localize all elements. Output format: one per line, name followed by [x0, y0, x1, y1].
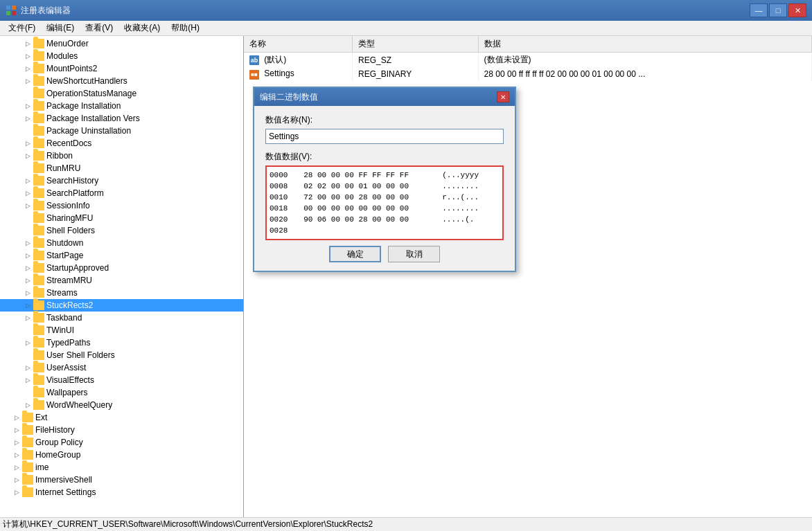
expander-icon[interactable]: ▷: [22, 75, 33, 87]
tree-item-searchplatform[interactable]: ▷ SearchPlatform: [0, 187, 243, 199]
tree-item-package-installation[interactable]: ▷ Package Installation: [0, 100, 243, 112]
tree-item-internetsettings[interactable]: ▷ Internet Settings: [0, 486, 243, 498]
tree-item-ime[interactable]: ▷ ime: [0, 461, 243, 474]
ok-button[interactable]: 确定: [329, 246, 381, 262]
expander-icon[interactable]: ▷: [22, 287, 33, 298]
modal-close-button[interactable]: ✕: [497, 91, 509, 102]
expander-icon[interactable]: ▷: [22, 138, 33, 149]
tree-item-menuorder[interactable]: ▷ MenuOrder: [0, 37, 243, 50]
expander-icon[interactable]: ▷: [22, 113, 33, 124]
tree-item-twinui[interactable]: ▷ TWinUI: [0, 324, 243, 336]
expander-icon[interactable]: ▷: [22, 51, 33, 62]
folder-icon: [33, 276, 44, 285]
hex-bytes: 72 00 00 00 28 00 00 00: [294, 192, 433, 203]
tree-item-grouppolicy[interactable]: ▷ Group Policy: [0, 436, 243, 449]
cancel-button[interactable]: 取消: [388, 246, 440, 262]
tree-item-wallpapers[interactable]: ▷ Wallpapers: [0, 386, 243, 399]
tree-item-label: TWinUI: [46, 325, 74, 335]
expander-icon[interactable]: ▷: [22, 100, 33, 111]
tree-item-shutdown[interactable]: ▷ Shutdown: [0, 237, 243, 249]
expander-icon[interactable]: ▷: [22, 200, 33, 211]
reg-sz-icon: ab: [249, 55, 259, 65]
tree-item-userassist[interactable]: ▷ UserAssist: [0, 361, 243, 374]
close-button[interactable]: ✕: [788, 3, 806, 17]
tree-item-homegroup[interactable]: ▷ HomeGroup: [0, 449, 243, 461]
expander-icon[interactable]: ▷: [22, 63, 33, 74]
expander-icon[interactable]: ▷: [11, 437, 22, 448]
expander-icon[interactable]: ▷: [22, 237, 33, 249]
expander-icon: ▷: [22, 125, 33, 136]
tree-item-shellfolders[interactable]: ▷ Shell Folders: [0, 224, 243, 237]
tree-item-taskband[interactable]: ▷ Taskband: [0, 312, 243, 324]
expander-icon[interactable]: ▷: [11, 474, 22, 485]
expander-icon[interactable]: ▷: [22, 175, 33, 186]
expander-icon[interactable]: ▷: [11, 424, 22, 435]
menu-help[interactable]: 帮助(H): [166, 21, 205, 35]
maximize-button[interactable]: □: [769, 3, 787, 17]
expander-icon[interactable]: ▷: [22, 399, 33, 411]
expander-icon[interactable]: ▷: [22, 150, 33, 161]
expander-icon[interactable]: ▷: [22, 300, 33, 311]
tree-item-wordwheelquery[interactable]: ▷ WordWheelQuery: [0, 399, 243, 411]
tree-item-sharingmfu[interactable]: ▷ SharingMFU: [0, 212, 243, 224]
expander-icon[interactable]: ▷: [22, 312, 33, 323]
hex-addr: 0010: [270, 192, 294, 203]
tree-item-mountpoints2[interactable]: ▷ MountPoints2: [0, 62, 243, 75]
tree-item-newshortcuthandlers[interactable]: ▷ NewShortcutHandlers: [0, 75, 243, 87]
tree-item-package-uninstallation[interactable]: ▷ Package Uninstallation: [0, 125, 243, 137]
tree-item-immersiveshell[interactable]: ▷ ImmersiveShell: [0, 474, 243, 486]
col-name: 名称: [244, 36, 353, 53]
tree-item-streams[interactable]: ▷ Streams: [0, 287, 243, 299]
expander-icon[interactable]: ▷: [11, 487, 22, 498]
expander-icon[interactable]: ▷: [11, 449, 22, 460]
folder-icon: [22, 462, 33, 472]
data-label: 数值数据(V):: [265, 151, 504, 163]
reg-name: ab (默认): [244, 53, 353, 68]
tree-item-label: StuckRects2: [46, 300, 93, 310]
tree-item-package-installation-vers[interactable]: ▷ Package Installation Vers: [0, 112, 243, 125]
menu-view[interactable]: 查看(V): [80, 21, 118, 35]
tree-item-startpage[interactable]: ▷ StartPage: [0, 249, 243, 262]
expander-icon[interactable]: ▷: [11, 412, 22, 423]
hex-editor[interactable]: 0000 28 00 00 00 FF FF FF FF (...yyyy 00…: [265, 165, 504, 240]
expander-icon[interactable]: ▷: [22, 337, 33, 348]
col-data: 数据: [478, 36, 811, 53]
tree-item-searchhistory[interactable]: ▷ SearchHistory: [0, 174, 243, 187]
menu-edit[interactable]: 编辑(E): [41, 21, 80, 35]
tree-item-usershellfolders[interactable]: ▷ User Shell Folders: [0, 349, 243, 361]
tree-item-operationstatus[interactable]: ▷ OperationStatusManage: [0, 87, 243, 100]
value-name-input[interactable]: [265, 129, 504, 144]
tree-item-ribbon[interactable]: ▷ Ribbon: [0, 150, 243, 162]
menu-favorites[interactable]: 收藏夹(A): [118, 21, 166, 35]
expander-icon[interactable]: ▷: [22, 188, 33, 199]
expander-icon[interactable]: ▷: [22, 375, 33, 386]
tree-item-runmru[interactable]: ▷ RunMRU: [0, 162, 243, 174]
menu-file[interactable]: 文件(F): [3, 21, 41, 35]
tree-item-startupapproved[interactable]: ▷ StartupApproved: [0, 262, 243, 274]
tree-item-label: Package Uninstallation: [46, 126, 131, 136]
expander-icon[interactable]: ▷: [22, 250, 33, 261]
modal-title: 编辑二进制数值: [260, 91, 318, 103]
tree-item-typedpaths[interactable]: ▷ TypedPaths: [0, 336, 243, 349]
expander-icon[interactable]: ▷: [22, 262, 33, 273]
expander-icon: ▷: [22, 387, 33, 398]
tree-item-filehistory[interactable]: ▷ FileHistory: [0, 424, 243, 436]
expander-icon[interactable]: ▷: [22, 362, 33, 373]
hex-row: 0010 72 00 00 00 28 00 00 00 r...(...: [270, 192, 500, 203]
expander-icon[interactable]: ▷: [11, 462, 22, 473]
table-row[interactable]: ab (默认) REG_SZ (数值未设置): [244, 53, 812, 68]
tree-item-recentdocs[interactable]: ▷ RecentDocs: [0, 137, 243, 150]
minimize-button[interactable]: —: [750, 3, 768, 17]
folder-icon: [33, 64, 44, 73]
tree-item-visualeffects[interactable]: ▷ VisualEffects: [0, 374, 243, 386]
tree-item-ext[interactable]: ▷ Ext: [0, 411, 243, 424]
expander-icon[interactable]: ▷: [22, 275, 33, 286]
expander-icon[interactable]: ▷: [22, 38, 33, 49]
tree-item-streammru[interactable]: ▷ StreamMRU: [0, 274, 243, 287]
expander-icon: ▷: [22, 163, 33, 174]
tree-item-sessioninfo[interactable]: ▷ SessionInfo: [0, 199, 243, 212]
table-row[interactable]: ■■ Settings REG_BINARY 28 00 00 ff ff ff…: [244, 67, 812, 81]
tree-item-stuckrects2[interactable]: ▷ StuckRects2: [0, 299, 243, 312]
status-bar: 计算机\HKEY_CURRENT_USER\Software\Microsoft…: [0, 517, 812, 531]
tree-item-modules[interactable]: ▷ Modules: [0, 50, 243, 62]
